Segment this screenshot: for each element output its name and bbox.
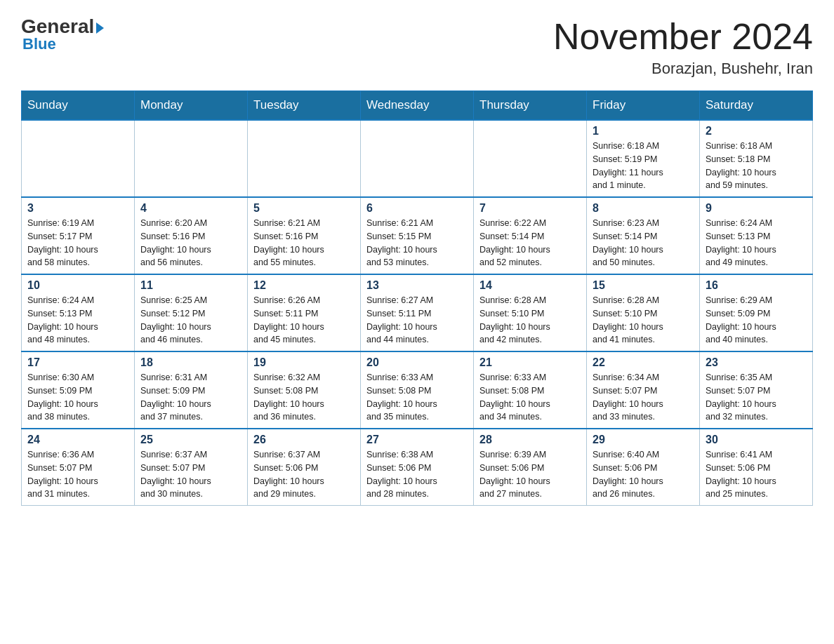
- calendar-cell: 25Sunrise: 6:37 AM Sunset: 5:07 PM Dayli…: [135, 429, 248, 506]
- day-info: Sunrise: 6:19 AM Sunset: 5:17 PM Dayligh…: [27, 217, 128, 269]
- week-row-0: 1Sunrise: 6:18 AM Sunset: 5:19 PM Daylig…: [22, 120, 813, 197]
- day-info: Sunrise: 6:28 AM Sunset: 5:10 PM Dayligh…: [479, 294, 581, 347]
- day-number: 6: [366, 202, 468, 215]
- day-info: Sunrise: 6:32 AM Sunset: 5:08 PM Dayligh…: [253, 371, 355, 424]
- day-number: 28: [479, 434, 581, 446]
- calendar-cell: 4Sunrise: 6:20 AM Sunset: 5:16 PM Daylig…: [135, 197, 248, 274]
- day-number: 14: [479, 279, 581, 292]
- calendar-cell: 7Sunrise: 6:22 AM Sunset: 5:14 PM Daylig…: [474, 197, 587, 274]
- calendar-cell: [22, 120, 135, 197]
- calendar-cell: 21Sunrise: 6:33 AM Sunset: 5:08 PM Dayli…: [474, 351, 587, 429]
- day-number: 15: [593, 279, 694, 292]
- day-info: Sunrise: 6:24 AM Sunset: 5:13 PM Dayligh…: [706, 217, 807, 269]
- day-number: 17: [27, 356, 128, 369]
- day-info: Sunrise: 6:41 AM Sunset: 5:06 PM Dayligh…: [706, 448, 807, 501]
- calendar-cell: 15Sunrise: 6:28 AM Sunset: 5:10 PM Dayli…: [587, 274, 700, 351]
- day-info: Sunrise: 6:30 AM Sunset: 5:09 PM Dayligh…: [27, 371, 128, 424]
- calendar-cell: 6Sunrise: 6:21 AM Sunset: 5:15 PM Daylig…: [361, 197, 474, 274]
- day-info: Sunrise: 6:40 AM Sunset: 5:06 PM Dayligh…: [593, 448, 694, 501]
- day-info: Sunrise: 6:27 AM Sunset: 5:11 PM Dayligh…: [366, 294, 468, 347]
- week-row-3: 17Sunrise: 6:30 AM Sunset: 5:09 PM Dayli…: [22, 351, 813, 429]
- day-number: 9: [706, 202, 807, 215]
- page-title: November 2024: [553, 17, 813, 57]
- day-number: 25: [140, 434, 241, 446]
- calendar-cell: 19Sunrise: 6:32 AM Sunset: 5:08 PM Dayli…: [248, 351, 361, 429]
- day-info: Sunrise: 6:31 AM Sunset: 5:09 PM Dayligh…: [140, 371, 241, 424]
- day-number: 23: [706, 356, 807, 369]
- day-number: 1: [593, 125, 694, 137]
- header-saturday: Saturday: [700, 91, 813, 121]
- day-number: 4: [140, 202, 241, 215]
- calendar-cell: 30Sunrise: 6:41 AM Sunset: 5:06 PM Dayli…: [700, 429, 813, 506]
- day-info: Sunrise: 6:37 AM Sunset: 5:06 PM Dayligh…: [253, 448, 355, 501]
- week-row-2: 10Sunrise: 6:24 AM Sunset: 5:13 PM Dayli…: [22, 274, 813, 351]
- logo: General Blue: [21, 17, 104, 53]
- day-number: 18: [140, 356, 241, 369]
- calendar-cell: 29Sunrise: 6:40 AM Sunset: 5:06 PM Dayli…: [587, 429, 700, 506]
- calendar-cell: 3Sunrise: 6:19 AM Sunset: 5:17 PM Daylig…: [22, 197, 135, 274]
- calendar-cell: 24Sunrise: 6:36 AM Sunset: 5:07 PM Dayli…: [22, 429, 135, 506]
- calendar-cell: [248, 120, 361, 197]
- calendar-cell: 8Sunrise: 6:23 AM Sunset: 5:14 PM Daylig…: [587, 197, 700, 274]
- calendar-cell: [361, 120, 474, 197]
- day-info: Sunrise: 6:33 AM Sunset: 5:08 PM Dayligh…: [366, 371, 468, 424]
- day-info: Sunrise: 6:25 AM Sunset: 5:12 PM Dayligh…: [140, 294, 241, 347]
- day-info: Sunrise: 6:39 AM Sunset: 5:06 PM Dayligh…: [479, 448, 581, 501]
- day-info: Sunrise: 6:28 AM Sunset: 5:10 PM Dayligh…: [593, 294, 694, 347]
- header-friday: Friday: [587, 91, 700, 121]
- calendar-cell: 2Sunrise: 6:18 AM Sunset: 5:18 PM Daylig…: [700, 120, 813, 197]
- day-info: Sunrise: 6:21 AM Sunset: 5:15 PM Dayligh…: [366, 217, 468, 269]
- day-info: Sunrise: 6:18 AM Sunset: 5:19 PM Dayligh…: [593, 140, 694, 192]
- page-header: General Blue November 2024 Borazjan, Bus…: [21, 17, 813, 78]
- day-number: 2: [706, 125, 807, 137]
- week-row-1: 3Sunrise: 6:19 AM Sunset: 5:17 PM Daylig…: [22, 197, 813, 274]
- calendar-cell: 16Sunrise: 6:29 AM Sunset: 5:09 PM Dayli…: [700, 274, 813, 351]
- day-info: Sunrise: 6:24 AM Sunset: 5:13 PM Dayligh…: [27, 294, 128, 347]
- day-number: 27: [366, 434, 468, 446]
- logo-general: General: [21, 17, 104, 36]
- day-number: 16: [706, 279, 807, 292]
- day-number: 8: [593, 202, 694, 215]
- day-number: 22: [593, 356, 694, 369]
- calendar-cell: 23Sunrise: 6:35 AM Sunset: 5:07 PM Dayli…: [700, 351, 813, 429]
- calendar-cell: 22Sunrise: 6:34 AM Sunset: 5:07 PM Dayli…: [587, 351, 700, 429]
- day-number: 7: [479, 202, 581, 215]
- calendar-cell: [474, 120, 587, 197]
- calendar-cell: [135, 120, 248, 197]
- day-number: 30: [706, 434, 807, 446]
- day-info: Sunrise: 6:35 AM Sunset: 5:07 PM Dayligh…: [706, 371, 807, 424]
- day-info: Sunrise: 6:23 AM Sunset: 5:14 PM Dayligh…: [593, 217, 694, 269]
- header-monday: Monday: [135, 91, 248, 121]
- calendar-cell: 13Sunrise: 6:27 AM Sunset: 5:11 PM Dayli…: [361, 274, 474, 351]
- day-info: Sunrise: 6:22 AM Sunset: 5:14 PM Dayligh…: [479, 217, 581, 269]
- day-info: Sunrise: 6:21 AM Sunset: 5:16 PM Dayligh…: [253, 217, 355, 269]
- calendar-cell: 1Sunrise: 6:18 AM Sunset: 5:19 PM Daylig…: [587, 120, 700, 197]
- day-info: Sunrise: 6:34 AM Sunset: 5:07 PM Dayligh…: [593, 371, 694, 424]
- calendar-cell: 11Sunrise: 6:25 AM Sunset: 5:12 PM Dayli…: [135, 274, 248, 351]
- day-number: 12: [253, 279, 355, 292]
- calendar-cell: 18Sunrise: 6:31 AM Sunset: 5:09 PM Dayli…: [135, 351, 248, 429]
- day-number: 26: [253, 434, 355, 446]
- day-info: Sunrise: 6:36 AM Sunset: 5:07 PM Dayligh…: [27, 448, 128, 501]
- day-info: Sunrise: 6:29 AM Sunset: 5:09 PM Dayligh…: [706, 294, 807, 347]
- weekday-header-row: Sunday Monday Tuesday Wednesday Thursday…: [22, 91, 813, 121]
- header-wednesday: Wednesday: [361, 91, 474, 121]
- calendar-cell: 26Sunrise: 6:37 AM Sunset: 5:06 PM Dayli…: [248, 429, 361, 506]
- page-subtitle: Borazjan, Bushehr, Iran: [553, 60, 813, 78]
- header-sunday: Sunday: [22, 91, 135, 121]
- header-thursday: Thursday: [474, 91, 587, 121]
- day-number: 5: [253, 202, 355, 215]
- day-number: 13: [366, 279, 468, 292]
- calendar-cell: 12Sunrise: 6:26 AM Sunset: 5:11 PM Dayli…: [248, 274, 361, 351]
- calendar-cell: 17Sunrise: 6:30 AM Sunset: 5:09 PM Dayli…: [22, 351, 135, 429]
- calendar-table: Sunday Monday Tuesday Wednesday Thursday…: [21, 90, 813, 506]
- day-number: 3: [27, 202, 128, 215]
- day-info: Sunrise: 6:38 AM Sunset: 5:06 PM Dayligh…: [366, 448, 468, 501]
- calendar-cell: 28Sunrise: 6:39 AM Sunset: 5:06 PM Dayli…: [474, 429, 587, 506]
- day-number: 21: [479, 356, 581, 369]
- calendar-cell: 9Sunrise: 6:24 AM Sunset: 5:13 PM Daylig…: [700, 197, 813, 274]
- day-info: Sunrise: 6:37 AM Sunset: 5:07 PM Dayligh…: [140, 448, 241, 501]
- day-number: 10: [27, 279, 128, 292]
- day-info: Sunrise: 6:26 AM Sunset: 5:11 PM Dayligh…: [253, 294, 355, 347]
- day-number: 11: [140, 279, 241, 292]
